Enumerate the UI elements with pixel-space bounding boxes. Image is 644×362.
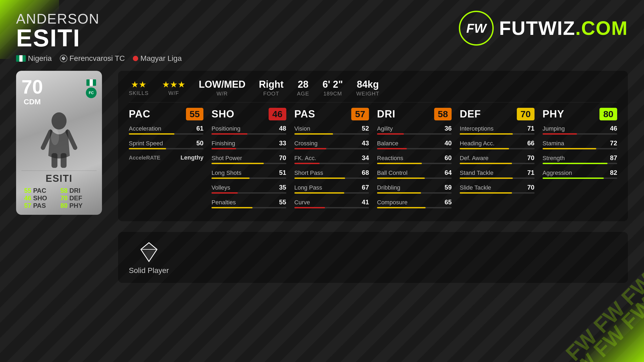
foot-value: Right (259, 79, 284, 90)
attr-top: Short Pass68 (294, 169, 369, 176)
attr-fill (460, 192, 512, 194)
attr-row-ball-control: Ball Control64 (377, 169, 452, 179)
stats-panel: ★★ SKILLS ★★★ W/F LOW/MED W/R Right FOOT (118, 71, 628, 221)
nationality-label: Nigeria (28, 54, 52, 63)
category-dri: DRI58Agility36Balance40Reactions60Ball C… (377, 108, 452, 213)
skills-stars: ★★ (129, 79, 149, 90)
attr-bar (543, 148, 617, 149)
card-sho: 46 SHO (24, 194, 58, 202)
attr-row-acceleration: Acceleration61 (129, 125, 203, 135)
attr-fill (377, 178, 425, 179)
svg-rect-2 (61, 153, 67, 168)
attr-value: 71 (527, 169, 535, 176)
logo-circle: FW (459, 11, 494, 46)
cat-header-pas: PAS57 (294, 108, 369, 120)
attr-value: 34 (362, 154, 369, 162)
attr-row-fk.-acc.: FK. Acc.34 (294, 154, 369, 164)
attr-name-label: Interceptions (460, 125, 493, 132)
wr-value: LOW/MED (199, 79, 246, 90)
attr-bar (460, 133, 534, 135)
attr-bar (377, 192, 452, 194)
attr-row-def.-aware: Def. Aware70 (460, 154, 534, 164)
attr-fill (377, 192, 421, 194)
svg-rect-1 (52, 153, 57, 168)
attr-top: Positioning48 (211, 125, 286, 132)
cat-score-pac: 55 (186, 108, 204, 120)
league-dot (133, 56, 138, 61)
attr-row-short-pass: Short Pass68 (294, 169, 369, 179)
height-value: 6' 2" (323, 79, 343, 90)
attr-fill (211, 148, 236, 149)
attr-top: Aggression82 (543, 169, 617, 176)
attr-name-label: Stamina (543, 140, 564, 147)
attr-value: 82 (610, 169, 617, 176)
attr-bar (211, 192, 286, 194)
attr-bar (294, 163, 369, 164)
category-pas: PAS57Vision52Crossing43FK. Acc.34Short P… (294, 108, 369, 213)
attr-name-label: Reactions (377, 155, 403, 162)
attr-name-label: Short Pass (294, 169, 323, 176)
accelrate-value: Lengthy (181, 154, 204, 161)
attr-name-label: Sprint Speed (129, 140, 163, 147)
attr-top: Acceleration61 (129, 125, 203, 132)
attr-row-crossing: Crossing43 (294, 139, 369, 149)
svg-marker-5 (141, 243, 157, 261)
attr-row-volleys: Volleys35 (211, 184, 286, 194)
attr-value: 64 (445, 169, 452, 176)
player-card: 70 CDM FC (16, 71, 102, 215)
attr-fill (294, 178, 345, 179)
info-height: 6' 2" 189CM (323, 79, 343, 97)
attr-name-label: Penalties (211, 199, 236, 206)
cat-name-pas: PAS (294, 108, 315, 120)
attr-bar (294, 148, 369, 149)
attr-value: 43 (362, 139, 369, 147)
attr-fill (294, 163, 320, 164)
cat-header-phy: PHY80 (543, 108, 617, 120)
nationality-item: Nigeria (16, 54, 52, 63)
attr-fill (460, 178, 513, 179)
header: ANDERSON ESITI Nigeria ⚽ Ferencvarosi TC (16, 11, 628, 63)
attr-bar (543, 133, 617, 135)
attr-top: Sprint Speed50 (129, 139, 203, 147)
attr-fill (129, 133, 174, 135)
attr-fill (294, 192, 344, 194)
attr-bar (460, 148, 534, 149)
attr-bar (211, 163, 286, 164)
card-pac: 55 PAC (24, 187, 58, 194)
card-rating: 70 (21, 77, 43, 97)
cat-name-pac: PAC (129, 108, 150, 120)
attr-name-label: Finishing (211, 140, 235, 147)
attr-fill (377, 148, 407, 149)
attr-fill (294, 207, 325, 208)
player-meta: Nigeria ⚽ Ferencvarosi TC Magyar Liga (16, 54, 182, 63)
cat-name-sho: SHO (211, 108, 234, 120)
wr-label: W/R (199, 91, 246, 97)
weight-value: 84kg (356, 79, 379, 90)
attr-name-label: Stand Tackle (460, 169, 493, 176)
attr-fill (543, 178, 604, 179)
attr-value: 68 (362, 169, 369, 176)
attr-bar (377, 148, 452, 149)
attr-bar (129, 148, 203, 149)
attr-top: Curve41 (294, 198, 369, 206)
attr-top: Crossing43 (294, 139, 369, 147)
attr-bar (294, 178, 369, 179)
attr-fill (377, 207, 426, 208)
attr-name-label: Def. Aware (460, 155, 488, 162)
attr-top: Shot Power70 (211, 154, 286, 162)
attr-value: 67 (362, 184, 369, 191)
attr-fill (211, 133, 247, 135)
wf-stars: ★★★ (162, 79, 185, 90)
attr-row-aggression: Aggression82 (543, 169, 617, 179)
attr-row-vision: Vision52 (294, 125, 369, 135)
right-panel: ★★ SKILLS ★★★ W/F LOW/MED W/R Right FOOT (118, 71, 628, 283)
cat-header-pac: PAC55 (129, 108, 203, 120)
age-value: 28 (297, 79, 309, 90)
attr-fill (543, 133, 577, 135)
attributes-grid: PAC55Acceleration61Sprint Speed50AcceleR… (129, 108, 617, 213)
player-info-row: ★★ SKILLS ★★★ W/F LOW/MED W/R Right FOOT (129, 79, 617, 102)
attr-top: Stand Tackle71 (460, 169, 534, 176)
league-item: Magyar Liga (133, 54, 182, 63)
logo-text: FUTWIZ.COM (499, 17, 628, 39)
player-name-block: ANDERSON ESITI Nigeria ⚽ Ferencvarosi TC (16, 11, 182, 63)
